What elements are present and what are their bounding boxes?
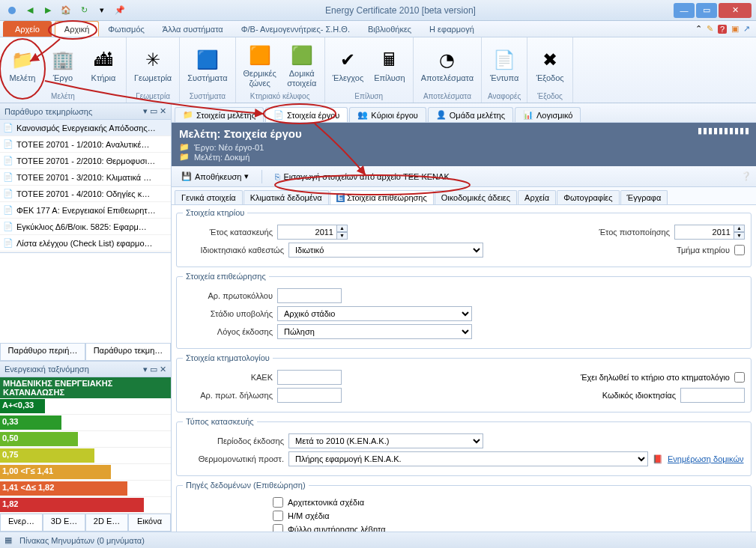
reason-select[interactable]: Πώληση <box>277 324 472 339</box>
source-checkbox[interactable] <box>273 511 283 521</box>
menu-bar: Αρχείο Αρχική Φωτισμός Άλλα συστήματα Φ/… <box>0 21 756 37</box>
spin-up-icon[interactable]: ▲ <box>734 225 745 232</box>
check-button[interactable]: ✔Έλεγχος <box>328 39 368 92</box>
sub-tab[interactable]: Γενικά στοιχεία <box>175 190 243 204</box>
file-menu[interactable]: Αρχείο <box>3 21 52 37</box>
stack-orange-icon: 🟧 <box>248 43 272 67</box>
refresh-icon[interactable]: ↻ <box>76 3 91 18</box>
menu-lighting[interactable]: Φωτισμός <box>99 21 154 37</box>
solve-button[interactable]: 🖩Επίλυση <box>369 39 410 92</box>
save-button[interactable]: 💾Αποθήκευση ▾ <box>176 169 254 183</box>
doc-list-item[interactable]: 📄Λίστα ελέγχου (Check List) εφαρμο… <box>0 235 171 252</box>
spin-down-icon[interactable]: ▼ <box>734 232 745 240</box>
doc-list-item[interactable]: 📄ΤΟΤΕΕ 20701 - 3/2010: Κλιματικά … <box>0 169 171 186</box>
source-checkbox[interactable] <box>273 497 283 508</box>
rss-icon[interactable]: ▣ <box>731 24 739 34</box>
panel-close-icon[interactable]: ✕ <box>160 365 166 374</box>
doc-list[interactable]: 📄Κανονισμός Ενεργειακής Απόδοσης…📄ΤΟΤΕΕ … <box>0 120 171 253</box>
sub-tab[interactable]: Έγγραφα <box>620 190 668 204</box>
thermal-select[interactable]: Πλήρης εφαρμογή Κ.ΕΝ.Α.Κ. <box>288 451 648 466</box>
minimize-button[interactable]: — <box>674 3 695 18</box>
proto-input[interactable] <box>277 288 342 303</box>
fs-cadastre: Στοιχεία κτηματολογίου ΚΑΕΚ Έχει δηλωθεί… <box>176 353 752 412</box>
decl-no-input[interactable] <box>277 388 342 403</box>
main-tab[interactable]: 📁Στοιχεία μελέτης <box>175 107 264 122</box>
thermal-zones-button[interactable]: 🟧Θερμικές ζώνες <box>239 39 281 92</box>
energy-tab-2[interactable]: 3D E… <box>43 514 85 532</box>
sub-tab[interactable]: Φωτογραφίες <box>557 190 619 204</box>
systems-button[interactable]: 🟦Συστήματα <box>183 39 232 92</box>
doc-tab-2[interactable]: Παράθυρο τεκμη… <box>85 344 171 361</box>
source-checkbox[interactable] <box>273 524 283 532</box>
doc-list-item[interactable]: 📄ΤΟΤΕΕ 20701 - 2/2010: Θερμοφυσι… <box>0 153 171 169</box>
style-icon[interactable]: ✎ <box>707 24 713 34</box>
reports-button[interactable]: 📄Έντυπα <box>485 39 524 92</box>
qat-menu-icon[interactable] <box>4 3 19 18</box>
sub-tab[interactable]: Αρχεία <box>518 190 556 204</box>
energy-tab-1[interactable]: Ενερ… <box>0 514 43 532</box>
ribbon-group-label: Έξοδος <box>530 92 569 101</box>
help-icon[interactable]: ❔ <box>741 171 752 181</box>
section-checkbox[interactable] <box>734 245 745 255</box>
menu-app[interactable]: Η εφαρμογή <box>420 21 483 37</box>
help-icon[interactable]: ? <box>718 25 727 34</box>
panel-menu-icon[interactable]: ▾ <box>143 365 148 374</box>
sub-tab[interactable]: E Στοιχεία επιθεώρησης <box>330 190 434 204</box>
qat-overflow-icon[interactable]: ▾ <box>94 3 109 18</box>
ownercode-input[interactable] <box>680 388 745 403</box>
doc-list-item[interactable]: 📄ΦΕΚ 177 Α: Ενεργειακοί Επιθεωρητ… <box>0 202 171 219</box>
doc-list-item[interactable]: 📄Κανονισμός Ενεργειακής Απόδοσης… <box>0 120 171 136</box>
doc-list-item[interactable]: 📄Εγκύκλιος Δ6/Β/οικ. 5825: Εφαρμ… <box>0 219 171 235</box>
doc-list-item[interactable]: 📄ΤΟΤΕΕ 20701 - 1/2010: Αναλυτικέ… <box>0 136 171 153</box>
energy-tab-3[interactable]: 2D E… <box>85 514 128 532</box>
menu-home[interactable]: Αρχική <box>55 21 99 37</box>
year-input[interactable] <box>277 225 337 240</box>
maximize-button[interactable]: ▭ <box>696 3 717 18</box>
sub-tab[interactable]: Οικοδομικές άδειες <box>435 190 517 204</box>
study-button[interactable]: 📁Μελέτη <box>3 39 42 92</box>
content-header: Μελέτη: Στοιχεία έργου 📁Έργο: Νέο έργο-0… <box>172 123 756 166</box>
cert-year-input[interactable] <box>674 225 734 240</box>
main-tab[interactable]: 📊Λογισμικό <box>515 107 581 122</box>
spin-up-icon[interactable]: ▲ <box>337 225 348 232</box>
declared-checkbox[interactable] <box>734 372 745 383</box>
main-tab[interactable]: 👥Κύριοι έργου <box>349 107 426 122</box>
stage-select[interactable]: Αρχικό στάδιο <box>277 306 472 321</box>
structural-elements-button[interactable]: 🟩Δομικά στοιχεία <box>282 39 321 92</box>
status-messages[interactable]: Πίνακας Μηνυμάτων (0 μηνύματα) <box>19 536 145 545</box>
buildings-button[interactable]: 🏙Κτήρια <box>84 39 123 92</box>
kaek-input[interactable] <box>277 370 342 385</box>
panel-pin-icon[interactable]: ▭ <box>150 106 157 116</box>
menu-pv[interactable]: Φ/Β- Ανεμογεννήτριες- Σ.Η.Θ. <box>232 21 359 37</box>
forward-icon[interactable]: ▶ <box>40 3 55 18</box>
panel-pin-icon[interactable]: ▭ <box>150 365 157 374</box>
main-tab[interactable]: 📄Στοιχεία έργου <box>265 107 348 122</box>
results-button[interactable]: ◔Αποτελέσματα <box>417 39 478 92</box>
home-icon[interactable]: 🏠 <box>58 3 73 18</box>
doc-list-item[interactable]: 📄ΤΟΤΕΕ 20701 - 4/2010: Οδηγίες κ… <box>0 186 171 202</box>
sub-tab[interactable]: Κλιματικά δεδομένα <box>244 190 329 204</box>
exit-button[interactable]: ✖Έξοδος <box>530 39 569 92</box>
period-select[interactable]: Μετά το 2010 (Κ.ΕΝ.Α.Κ.) <box>288 433 483 448</box>
energy-class-row: 1,00 <Γ≤ 1,41 <box>0 464 171 481</box>
panel-menu-icon[interactable]: ▾ <box>143 106 148 116</box>
form-area[interactable]: Στοιχεία κτηρίου Έτος κατασκευής ▲▼ Έτος… <box>172 205 756 532</box>
pin-icon[interactable]: 📌 <box>112 3 127 18</box>
fs-cadastre-legend: Στοιχεία κτηματολογίου <box>183 353 273 362</box>
main-tab[interactable]: 👤Ομάδα μελέτης <box>428 107 513 122</box>
project-button[interactable]: 🏢Έργο <box>43 39 82 92</box>
doc-tab-1[interactable]: Παράθυρο περιή… <box>0 344 85 361</box>
menu-libraries[interactable]: Βιβλιοθήκες <box>359 21 420 37</box>
geometry-button[interactable]: ✳Γεωμετρία <box>130 39 176 92</box>
external-icon[interactable]: ↗ <box>743 24 750 34</box>
import-tee-button[interactable]: ⎘Εισαγωγή στοιχείων από αρχείο TEE KENAK <box>270 170 454 183</box>
back-icon[interactable]: ◀ <box>22 3 37 18</box>
update-structural-link[interactable]: Ενημέρωση δομικών <box>668 454 743 463</box>
minimize-ribbon-icon[interactable]: ⌃ <box>695 24 702 34</box>
spin-down-icon[interactable]: ▼ <box>337 232 348 240</box>
menu-other-systems[interactable]: Άλλα συστήματα <box>154 21 232 37</box>
energy-tab-4[interactable]: Εικόνα <box>128 514 171 532</box>
panel-close-icon[interactable]: ✕ <box>160 106 166 116</box>
ownership-select[interactable]: Ιδιωτικό <box>288 243 483 258</box>
close-button[interactable]: ✕ <box>719 3 752 18</box>
